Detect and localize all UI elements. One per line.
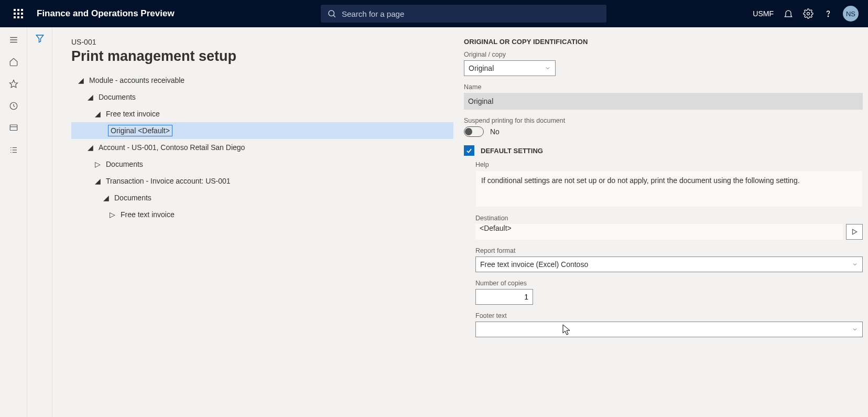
chevron-down-icon — [852, 326, 858, 333]
svg-marker-7 — [9, 80, 17, 88]
svg-point-3 — [828, 16, 828, 16]
svg-rect-9 — [10, 125, 17, 131]
page-title: Print management setup — [71, 48, 453, 65]
svg-line-1 — [333, 15, 335, 17]
hamburger-icon[interactable] — [7, 34, 20, 46]
modules-icon[interactable] — [7, 144, 20, 156]
caret-down-icon: ◢ — [93, 177, 102, 185]
input-destination[interactable]: <Default> — [475, 224, 843, 240]
filter-icon[interactable] — [35, 34, 45, 417]
section-header-identification: ORIGINAL OR COPY IDENTIFICATION — [464, 38, 863, 46]
star-icon[interactable] — [7, 78, 20, 90]
workspace-icon[interactable] — [7, 122, 20, 134]
breadcrumb: US-001 — [71, 38, 453, 46]
select-original-copy[interactable]: Original — [464, 60, 556, 76]
checkbox-default-setting[interactable] — [464, 145, 474, 156]
search-icon — [327, 9, 337, 18]
tree: ◢ Module - accounts receivable ◢ Documen… — [71, 72, 453, 223]
input-name: Original — [464, 93, 863, 110]
avatar[interactable]: NS — [843, 6, 859, 22]
tree-item-documents[interactable]: ◢ Documents — [71, 89, 453, 105]
caret-down-icon: ◢ — [102, 194, 110, 202]
svg-point-0 — [329, 10, 334, 16]
app-title: Finance and Operations Preview — [37, 8, 175, 19]
caret-right-icon: ▷ — [93, 160, 102, 168]
label-copies: Number of copies — [475, 280, 863, 287]
label-name: Name — [464, 83, 863, 91]
label-destination: Destination — [475, 215, 863, 222]
sub-rail — [27, 27, 52, 417]
caret-down-icon: ◢ — [86, 143, 94, 152]
clock-icon[interactable] — [7, 100, 20, 112]
chevron-down-icon — [545, 65, 551, 71]
svg-marker-18 — [853, 229, 857, 234]
label-default-setting: DEFAULT SETTING — [481, 147, 543, 155]
left-rail — [0, 27, 27, 417]
label-report-format: Report format — [475, 247, 863, 254]
app-launcher-icon[interactable] — [10, 6, 26, 22]
help-icon[interactable] — [823, 8, 833, 19]
tree-item-module[interactable]: ◢ Module - accounts receivable — [71, 72, 453, 89]
toggle-suspend-value: No — [490, 127, 500, 136]
svg-marker-17 — [36, 35, 44, 42]
tree-item-documents-account[interactable]: ▷ Documents — [71, 156, 453, 173]
select-report-format[interactable]: Free text invoice (Excel) Contoso — [475, 256, 863, 272]
tree-item-fti-transaction[interactable]: ▷ Free text invoice — [71, 206, 453, 223]
caret-right-icon: ▷ — [108, 210, 116, 219]
destination-go-button[interactable] — [846, 224, 863, 240]
chevron-down-icon — [852, 261, 858, 268]
caret-down-icon: ◢ — [93, 110, 102, 118]
label-help: Help — [475, 161, 863, 168]
toggle-suspend[interactable] — [464, 126, 484, 137]
label-suspend: Suspend printing for this document — [464, 117, 863, 124]
caret-down-icon: ◢ — [86, 93, 94, 101]
top-bar: Finance and Operations Preview USMF N — [0, 0, 868, 27]
tree-item-free-text-invoice[interactable]: ◢ Free text invoice — [71, 105, 453, 122]
select-footer-text[interactable] — [475, 322, 863, 337]
label-footer: Footer text — [475, 312, 863, 319]
label-original-copy: Original / copy — [464, 51, 863, 58]
company-picker[interactable]: USMF — [753, 9, 774, 18]
gear-icon[interactable] — [803, 8, 813, 19]
tree-item-account[interactable]: ◢ Account - US-001, Contoso Retail San D… — [71, 139, 453, 156]
tree-item-transaction[interactable]: ◢ Transaction - Invoice account: US-001 — [71, 173, 453, 189]
home-icon[interactable] — [7, 56, 20, 68]
tree-item-original-default[interactable]: Original <Default> — [71, 122, 453, 139]
input-number-of-copies[interactable] — [475, 289, 533, 305]
caret-down-icon: ◢ — [77, 76, 85, 84]
tree-item-documents-transaction[interactable]: ◢ Documents — [71, 189, 453, 206]
search-input[interactable] — [321, 5, 606, 23]
help-text: If conditional settings are not set up o… — [475, 170, 863, 207]
bell-icon[interactable] — [783, 8, 794, 19]
svg-point-2 — [807, 13, 810, 15]
